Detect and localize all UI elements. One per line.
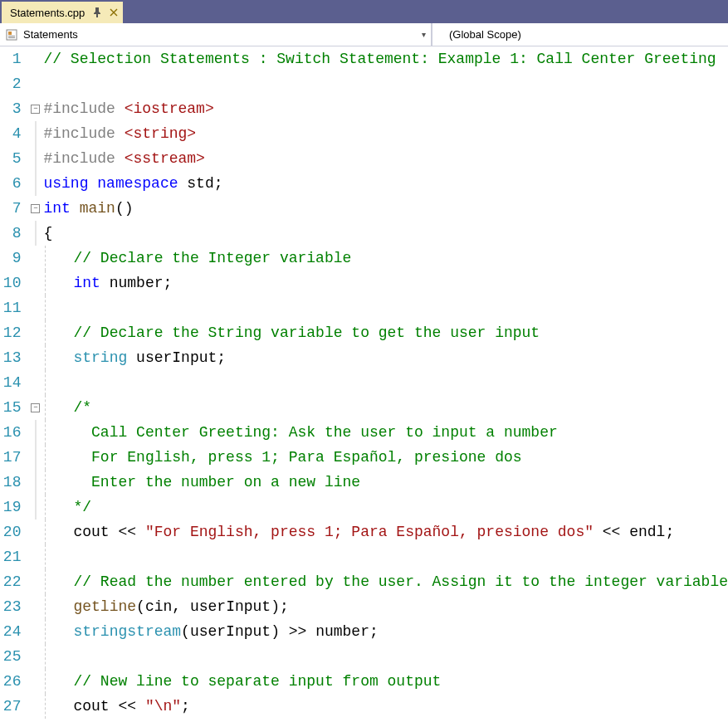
code-line[interactable]: // Declare the String variable to get th… <box>43 320 728 345</box>
code-line[interactable]: { <box>43 221 728 246</box>
token: cout <box>73 698 118 715</box>
outline-cell <box>31 71 40 96</box>
project-icon <box>5 28 18 41</box>
token: << <box>594 524 629 540</box>
outline-cell <box>31 544 40 569</box>
code-line[interactable]: #include <string> <box>43 121 728 146</box>
line-number: 22 <box>3 569 22 594</box>
token: <sstream> <box>125 150 205 167</box>
token: () <box>115 200 134 217</box>
outline-cell <box>31 694 40 719</box>
code-line[interactable]: /* <box>43 395 728 420</box>
file-tab[interactable]: Statements.cpp <box>2 2 123 23</box>
code-line[interactable]: cout << "\n"; <box>43 694 728 719</box>
code-line[interactable]: Enter the number on a new line <box>43 470 728 495</box>
token: <string> <box>125 125 196 142</box>
token: // Read the number entered by the user. … <box>73 573 728 590</box>
outline-cell <box>31 520 40 544</box>
outline-cell: − <box>31 395 40 420</box>
svg-rect-3 <box>8 37 15 38</box>
token: << <box>118 698 144 715</box>
line-number: 17 <box>3 445 22 470</box>
token: userInput <box>190 623 271 640</box>
collapse-toggle-icon[interactable]: − <box>31 204 40 213</box>
outline-cell: − <box>31 96 40 121</box>
outline-cell: − <box>31 196 40 221</box>
code-line[interactable]: using namespace std; <box>43 171 728 196</box>
code-line[interactable]: // Declare the Integer variable <box>43 246 728 271</box>
outline-cell <box>31 594 40 619</box>
code-line[interactable]: Call Center Greeting: Ask the user to in… <box>43 420 728 445</box>
line-number: 25 <box>3 644 22 669</box>
line-number: 18 <box>3 470 22 495</box>
code-line[interactable]: // Selection Statements : Switch Stateme… <box>43 46 728 71</box>
line-number: 7 <box>3 196 22 221</box>
token: #include <box>43 150 124 167</box>
scope-dropdown-right[interactable]: (Global Scope) <box>432 23 728 46</box>
token: userInput; <box>136 349 226 366</box>
token: // Declare the Integer variable <box>73 250 351 266</box>
collapse-toggle-icon[interactable]: − <box>31 105 40 114</box>
code-line[interactable]: int main() <box>43 196 728 221</box>
code-line[interactable]: // Read the number entered by the user. … <box>43 569 728 594</box>
outline-cell <box>31 320 40 345</box>
svg-rect-1 <box>8 32 12 35</box>
pin-icon[interactable] <box>93 7 101 17</box>
code-line[interactable]: cout << "For English, press 1; Para Espa… <box>43 520 728 544</box>
code-editor[interactable]: 1234567891011121314151617181920212223242… <box>0 46 728 722</box>
code-line[interactable] <box>43 644 728 669</box>
svg-rect-2 <box>8 36 15 37</box>
token: ); <box>271 598 289 615</box>
line-number: 8 <box>3 221 22 246</box>
outline-cell <box>31 271 40 295</box>
code-line[interactable]: int number; <box>43 271 728 295</box>
outline-cell <box>31 345 40 370</box>
code-line[interactable]: #include <sstream> <box>43 146 728 171</box>
context-dropdown-left[interactable]: Statements ▾ <box>0 23 432 46</box>
navigation-bar: Statements ▾ (Global Scope) <box>0 23 728 46</box>
line-number: 26 <box>3 669 22 694</box>
token: using namespace <box>43 175 187 192</box>
line-number: 4 <box>3 121 22 146</box>
code-line[interactable]: getline(cin, userInput); <box>43 594 728 619</box>
code-line[interactable] <box>43 544 728 569</box>
token: // Selection Statements : Switch Stateme… <box>43 51 716 67</box>
token: cin <box>145 598 172 615</box>
collapse-toggle-icon[interactable]: − <box>31 403 40 412</box>
outline-cell <box>31 121 40 146</box>
code-line[interactable]: */ <box>43 495 728 520</box>
code-line[interactable]: stringstream(userInput) >> number; <box>43 619 728 644</box>
outline-cell <box>31 619 40 644</box>
token: number; <box>315 623 379 640</box>
token: <iostream> <box>125 100 214 117</box>
outline-cell <box>31 669 40 694</box>
code-line[interactable]: string userInput; <box>43 345 728 370</box>
code-line[interactable]: // New line to separate input from outpu… <box>43 669 728 694</box>
outline-cell <box>31 295 40 320</box>
token: "\n" <box>145 698 181 715</box>
token: std; <box>187 175 222 192</box>
outline-cell <box>31 46 40 71</box>
code-line[interactable] <box>43 370 728 395</box>
token: { <box>43 225 52 241</box>
token: ) <box>271 623 289 640</box>
token: >> <box>289 623 315 640</box>
close-icon[interactable] <box>110 8 118 17</box>
line-number: 16 <box>3 420 22 445</box>
outline-cell <box>31 420 40 445</box>
line-number-gutter: 1234567891011121314151617181920212223242… <box>3 46 32 722</box>
code-area[interactable]: // Selection Statements : Switch Stateme… <box>40 46 728 722</box>
code-line[interactable] <box>43 295 728 320</box>
code-line[interactable] <box>43 71 728 96</box>
code-line[interactable]: For English, press 1; Para Español, pres… <box>43 445 728 470</box>
outline-cell <box>31 569 40 594</box>
outline-cell <box>31 470 40 495</box>
token: << <box>118 524 144 540</box>
context-label: Statements <box>23 28 78 41</box>
token: string <box>73 349 136 366</box>
outline-cell <box>31 445 40 470</box>
code-line[interactable]: #include <iostream> <box>43 96 728 121</box>
outline-gutter: −−− <box>31 46 40 722</box>
line-number: 1 <box>3 46 22 71</box>
outline-cell <box>31 370 40 395</box>
